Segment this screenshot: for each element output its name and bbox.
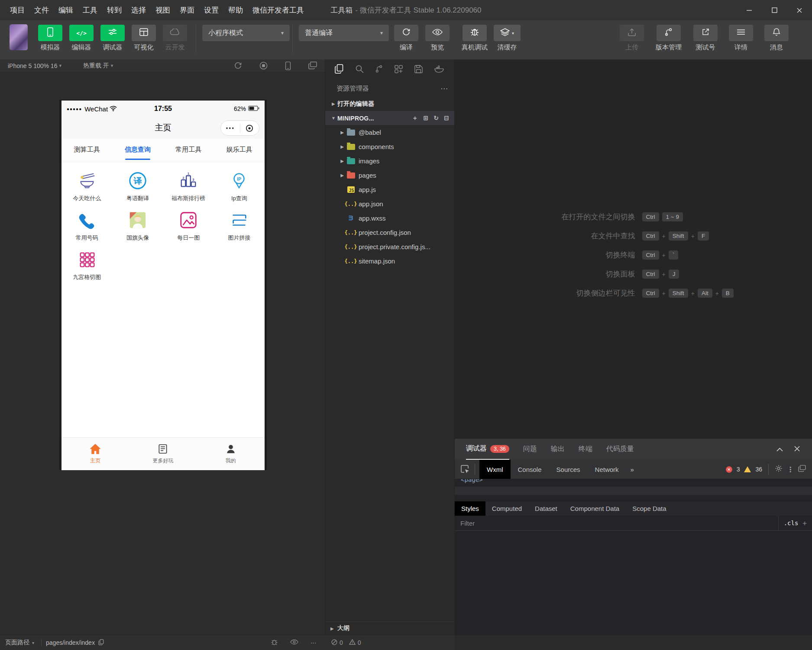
compile-mode-select[interactable]: 普通编译 ▾ <box>299 25 389 41</box>
wxml-node[interactable]: <page> <box>455 479 812 483</box>
page-path-value[interactable]: pages/index/index <box>46 639 95 646</box>
tab-problems[interactable]: 问题 <box>523 439 537 460</box>
menu-goto[interactable]: 转到 <box>102 0 126 20</box>
ellipsis-icon[interactable]: ⋯ <box>311 639 317 646</box>
tabbar-mine[interactable]: 我的 <box>197 438 265 470</box>
file-row-babel[interactable]: ▶ @babel <box>325 125 454 140</box>
tab-output[interactable]: 输出 <box>551 439 565 460</box>
more-actions-icon[interactable]: ⋯ <box>440 84 448 93</box>
device-debug-button[interactable]: 真机调试 <box>462 20 488 52</box>
grid-item-ip-query[interactable]: IP Ip查询 <box>214 171 265 202</box>
cls-toggle[interactable]: .cls <box>784 520 799 526</box>
menu-select[interactable]: 选择 <box>126 0 151 20</box>
grid-item-cantonese[interactable]: 译 粤语翻译 <box>112 171 163 202</box>
new-style-rule-icon[interactable]: + <box>802 519 807 527</box>
visualization-toggle-button[interactable]: 可视化 <box>131 20 157 52</box>
new-folder-icon[interactable]: ⊞ <box>423 114 428 122</box>
preview-button[interactable]: 预览 <box>424 20 450 52</box>
tab-fun-tools[interactable]: 娱乐工具 <box>214 139 265 162</box>
device-select[interactable]: iPhone 5 100% 16 ▾ <box>8 62 63 69</box>
more-tabs-icon[interactable]: » <box>626 466 638 473</box>
file-row-app-js[interactable]: JS app.js <box>325 182 454 197</box>
docker-icon[interactable] <box>434 65 444 75</box>
menu-tools[interactable]: 工具 <box>78 0 102 20</box>
menu-help[interactable]: 帮助 <box>223 0 248 20</box>
gear-icon[interactable] <box>775 465 783 474</box>
grid-item-daily-picture[interactable]: 每日一图 <box>163 210 214 242</box>
grid-item-image-splice[interactable]: 图片拼接 <box>214 210 265 242</box>
messages-button[interactable]: 消息 <box>763 20 789 52</box>
hot-reload-toggle[interactable]: 热重载 开 ▾ <box>83 62 115 70</box>
file-row-components[interactable]: ▶ components <box>325 140 454 154</box>
elements-scrollbar[interactable] <box>455 487 812 495</box>
git-branch-icon[interactable] <box>375 65 383 75</box>
details-button[interactable]: 详情 <box>728 20 754 52</box>
mode-select[interactable]: 小程序模式 ▾ <box>202 25 290 41</box>
simulator-toggle-button[interactable]: 模拟器 <box>37 20 63 52</box>
multi-window-icon[interactable] <box>308 62 317 70</box>
debugger-toggle-button[interactable]: 调试器 <box>100 20 126 52</box>
editor-toggle-button[interactable]: </> 编辑器 <box>68 20 94 52</box>
project-root-row[interactable]: ▼ MINIPROG... ＋ ⊞ ↻ ⊟ <box>325 111 454 125</box>
copy-icon[interactable] <box>98 639 104 647</box>
save-icon[interactable] <box>414 65 423 75</box>
widgets-icon[interactable] <box>395 65 403 75</box>
upload-button[interactable]: 上传 <box>619 20 645 52</box>
file-row-app-wxss[interactable]: ᗱ app.wxss <box>325 211 454 225</box>
grid-item-common-numbers[interactable]: 常用号码 <box>61 210 112 242</box>
collapse-all-icon[interactable]: ⊟ <box>444 114 449 122</box>
outline-section[interactable]: ▶ 大纲 <box>325 621 454 635</box>
search-icon[interactable] <box>355 65 364 75</box>
kebab-menu-icon[interactable]: ⋮ <box>787 465 794 474</box>
more-menu-button[interactable]: ●●● <box>221 126 240 130</box>
record-icon[interactable] <box>259 62 268 70</box>
open-editors-row[interactable]: ▶ 打开的编辑器 <box>325 97 454 111</box>
tab-scope-data[interactable]: Scope Data <box>626 501 673 516</box>
filter-input[interactable]: Filter <box>455 520 778 527</box>
problems-summary[interactable]: 0 0 <box>325 635 455 650</box>
tab-component-data[interactable]: Component Data <box>564 501 626 516</box>
tab-styles[interactable]: Styles <box>455 501 485 516</box>
capsule-close-button[interactable] <box>240 124 259 133</box>
restart-icon[interactable] <box>234 62 242 70</box>
new-file-icon[interactable]: ＋ <box>412 114 418 122</box>
tabbar-home[interactable]: 主页 <box>61 438 129 470</box>
maximize-button[interactable] <box>762 0 787 20</box>
menu-file[interactable]: 文件 <box>29 0 54 20</box>
tab-info-query[interactable]: 信息查询 <box>112 139 163 162</box>
minimize-button[interactable] <box>737 0 762 20</box>
collapse-panel-icon[interactable] <box>776 445 783 453</box>
menu-edit[interactable]: 编辑 <box>54 0 78 20</box>
menu-devtools[interactable]: 微信开发者工具 <box>248 0 309 20</box>
version-control-button[interactable]: 版本管理 <box>654 20 683 52</box>
devtools-tab-console[interactable]: Console <box>511 460 549 479</box>
device-frame-icon[interactable] <box>285 62 291 70</box>
files-icon[interactable] <box>335 64 343 75</box>
compile-button[interactable]: 编译 <box>393 20 419 52</box>
grid-item-flag-avatar[interactable]: 国旗头像 <box>112 210 163 242</box>
menu-project[interactable]: 项目 <box>5 0 29 20</box>
wxml-element-tree[interactable]: <page> <box>455 479 812 495</box>
grid-item-forbes[interactable]: 123 福布斯排行榜 <box>163 171 214 202</box>
file-row-pages[interactable]: ▶ pages <box>325 168 454 182</box>
error-count[interactable]: 3 <box>737 466 740 473</box>
tab-calc-tools[interactable]: 测算工具 <box>61 139 112 162</box>
devtools-tab-network[interactable]: Network <box>588 460 626 479</box>
file-row-project-config[interactable]: {..} project.config.json <box>325 225 454 240</box>
warning-count[interactable]: 36 <box>755 466 762 473</box>
eye-icon[interactable] <box>290 639 298 646</box>
clear-cache-button[interactable]: ▾ 清缓存 <box>493 20 521 52</box>
grid-item-nine-grid[interactable]: 九宫格切图 <box>61 250 112 281</box>
bug-icon[interactable] <box>271 639 278 647</box>
file-row-project-private-config[interactable]: {..} project.private.config.js... <box>325 240 454 254</box>
grid-item-what-to-eat[interactable]: 今天吃什么 <box>61 171 112 202</box>
tab-code-quality[interactable]: 代码质量 <box>606 439 634 460</box>
menu-settings[interactable]: 设置 <box>199 0 223 20</box>
tab-computed[interactable]: Computed <box>485 501 528 516</box>
inspect-element-icon[interactable] <box>455 465 475 474</box>
tabbar-more-fun[interactable]: 更多好玩 <box>129 438 197 470</box>
refresh-icon[interactable]: ↻ <box>433 114 439 122</box>
cloud-dev-button[interactable]: 云开发 <box>162 20 188 52</box>
tab-terminal[interactable]: 终端 <box>579 439 592 460</box>
devtools-tab-wxml[interactable]: Wxml <box>479 460 511 479</box>
